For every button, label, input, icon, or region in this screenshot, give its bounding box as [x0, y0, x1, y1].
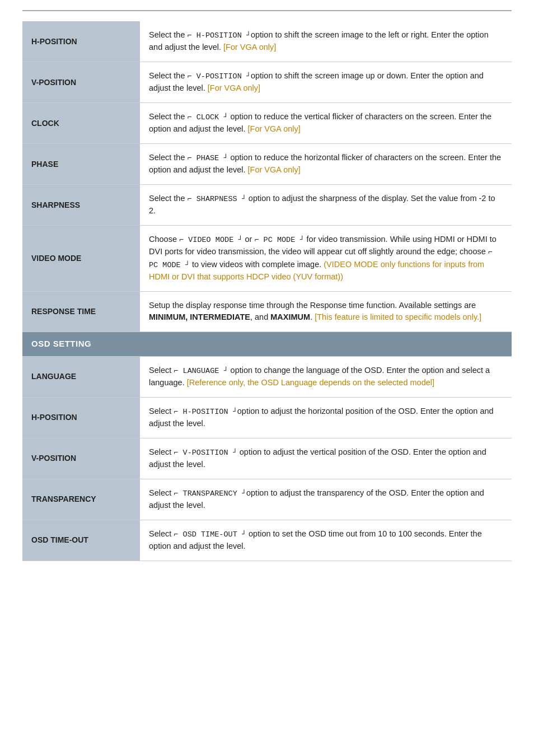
desc-text: , and	[250, 312, 270, 321]
row-label: OSD TIME-OUT	[22, 520, 140, 561]
row-desc: Select ⌐ H-POSITION ┘option to adjust th…	[140, 397, 512, 438]
section-header-label: OSD SETTING	[22, 332, 512, 357]
row-label: H-POSITION	[22, 21, 140, 62]
row-label: PHASE	[22, 144, 140, 185]
desc-text: Select the	[149, 153, 188, 162]
desc-highlight: [This feature is limited to specific mod…	[315, 312, 481, 321]
table-row: V-POSITION Select the ⌐ V-POSITION ┘opti…	[22, 62, 512, 103]
desc-text: Select	[149, 488, 174, 497]
desc-highlight: [For VGA only]	[223, 43, 276, 52]
desc-text: Select the	[149, 30, 188, 39]
row-label: V-POSITION	[22, 62, 140, 103]
desc-mono: ⌐ V-POSITION ┘	[174, 449, 237, 457]
desc-mono: ⌐ SHARPNESS ┘	[188, 195, 246, 203]
table-row: VIDEO MODE Choose ⌐ VIDEO MODE ┘ or ⌐ PC…	[22, 226, 512, 292]
desc-bold: INTERMEDIATE	[190, 312, 250, 321]
desc-mono: ⌐ H-POSITION ┘	[174, 408, 237, 416]
row-desc: Select ⌐ TRANSPARENCY ┘option to adjust …	[140, 479, 512, 520]
desc-text: Select the	[149, 194, 188, 203]
row-label: VIDEO MODE	[22, 226, 140, 292]
row-label: RESPONSE TIME	[22, 291, 140, 332]
row-desc: Select the ⌐ SHARPNESS ┘ option to adjus…	[140, 185, 512, 226]
desc-highlight: [For VGA only]	[248, 124, 301, 133]
desc-text: Select	[149, 529, 174, 538]
row-desc: Select ⌐ V-POSITION ┘ option to adjust t…	[140, 438, 512, 479]
top-divider	[22, 10, 512, 11]
row-label: SHARPNESS	[22, 185, 140, 226]
desc-text: Select the	[149, 71, 188, 80]
table-row: PHASE Select the ⌐ PHASE ┘ option to red…	[22, 144, 512, 185]
row-desc: Setup the display response time through …	[140, 291, 512, 332]
desc-mono: ⌐ PC MODE ┘	[254, 236, 304, 244]
row-label: TRANSPARENCY	[22, 479, 140, 520]
desc-mono: ⌐ TRANSPARENCY ┘	[174, 489, 246, 498]
table-row: CLOCK Select the ⌐ CLOCK ┘ option to red…	[22, 103, 512, 144]
row-desc: Select the ⌐ H-POSITION ┘option to shift…	[140, 21, 512, 62]
section-header-row: OSD SETTING	[22, 332, 512, 357]
desc-mono: ⌐ VIDEO MODE ┘	[179, 236, 242, 244]
table-row: V-POSITION Select ⌐ V-POSITION ┘ option …	[22, 438, 512, 479]
desc-mono: ⌐ H-POSITION ┘	[188, 31, 251, 40]
table-row: LANGUAGE Select ⌐ LANGUAGE ┘ option to c…	[22, 356, 512, 397]
desc-highlight: [Reference only, the OSD Language depend…	[187, 378, 434, 387]
desc-text: Choose	[149, 235, 179, 244]
table-row: OSD TIME-OUT Select ⌐ OSD TIME-OUT ┘ opt…	[22, 520, 512, 561]
desc-text: Select the	[149, 112, 188, 121]
desc-text: Select	[149, 447, 174, 456]
desc-mono: ⌐ V-POSITION ┘	[188, 72, 251, 81]
desc-text: or	[242, 235, 254, 244]
desc-mono: ⌐ OSD TIME-OUT ┘	[174, 530, 246, 539]
desc-text: .	[310, 312, 315, 321]
desc-mono: ⌐ LANGUAGE ┘	[174, 367, 228, 375]
desc-mono: ⌐ PHASE ┘	[188, 154, 228, 162]
row-label: V-POSITION	[22, 438, 140, 479]
row-desc: Select ⌐ LANGUAGE ┘ option to change the…	[140, 356, 512, 397]
table-row: TRANSPARENCY Select ⌐ TRANSPARENCY ┘opti…	[22, 479, 512, 520]
table-row: SHARPNESS Select the ⌐ SHARPNESS ┘ optio…	[22, 185, 512, 226]
desc-text: Setup the display response time through …	[149, 301, 476, 310]
main-table-container: H-POSITION Select the ⌐ H-POSITION ┘opti…	[22, 21, 512, 561]
main-table: H-POSITION Select the ⌐ H-POSITION ┘opti…	[22, 21, 512, 561]
row-label: CLOCK	[22, 103, 140, 144]
row-desc: Select the ⌐ V-POSITION ┘option to shift…	[140, 62, 512, 103]
row-desc: Select ⌐ OSD TIME-OUT ┘ option to set th…	[140, 520, 512, 561]
desc-highlight: [For VGA only]	[248, 165, 301, 174]
row-desc: Select the ⌐ PHASE ┘ option to reduce th…	[140, 144, 512, 185]
desc-text: Select	[149, 366, 174, 375]
desc-text: to view videos with complete image.	[190, 260, 324, 269]
row-label: LANGUAGE	[22, 356, 140, 397]
desc-mono: ⌐ CLOCK ┘	[188, 113, 228, 122]
row-label: H-POSITION	[22, 397, 140, 438]
desc-text: Select	[149, 407, 174, 416]
desc-highlight: [For VGA only]	[208, 83, 260, 92]
table-row: H-POSITION Select ⌐ H-POSITION ┘option t…	[22, 397, 512, 438]
table-row: H-POSITION Select the ⌐ H-POSITION ┘opti…	[22, 21, 512, 62]
row-desc: Select the ⌐ CLOCK ┘ option to reduce th…	[140, 103, 512, 144]
desc-bold: MINIMUM,	[149, 312, 188, 321]
row-desc: Choose ⌐ VIDEO MODE ┘ or ⌐ PC MODE ┘ for…	[140, 226, 512, 292]
desc-bold: MAXIMUM	[270, 312, 310, 321]
table-row: RESPONSE TIME Setup the display response…	[22, 291, 512, 332]
